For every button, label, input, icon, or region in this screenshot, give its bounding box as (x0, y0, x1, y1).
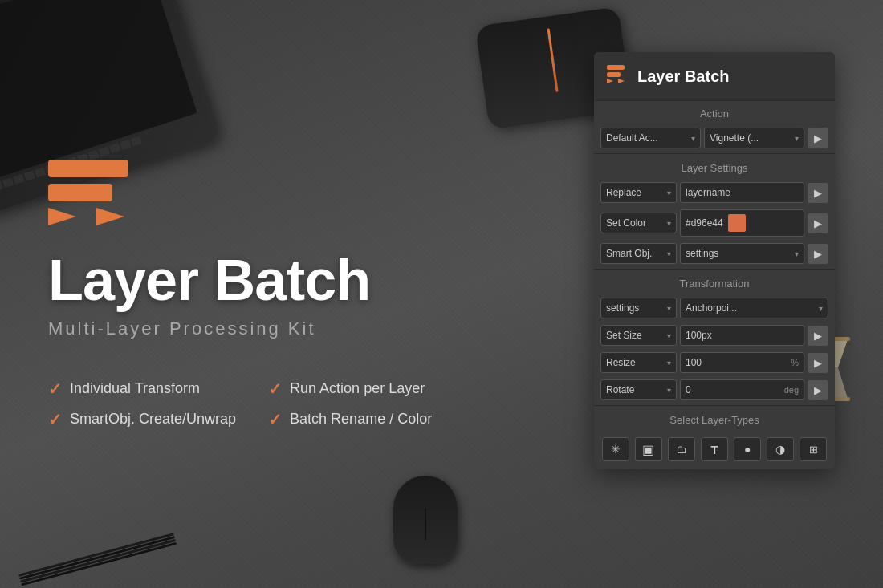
action-run-button[interactable]: ▶ (808, 128, 828, 148)
rotate-run-button[interactable]: ▶ (808, 380, 828, 400)
rotate-input-row[interactable]: 0 deg (680, 379, 804, 400)
transform-row-1: settings ▾ Anchorpoi... ▾ (594, 294, 835, 322)
smart-obj-layers-btn[interactable]: ⊞ (800, 437, 827, 461)
anchorpoint-dropdown[interactable]: Anchorpoi... ▾ (680, 298, 828, 318)
feature-item-2: ✓ Run Action per Layer (268, 379, 456, 399)
all-layers-btn[interactable]: ✳ (602, 437, 629, 461)
smart-obj-settings-dropdown[interactable]: settings ▾ (680, 243, 804, 264)
features-grid: ✓ Individual Transform ✓ Run Action per … (48, 379, 456, 429)
rotate-row: Rotate ▾ 0 deg ▶ (594, 376, 835, 403)
replace-run-button[interactable]: ▶ (808, 183, 828, 203)
replace-row: Replace ▾ layername ▶ (594, 179, 835, 206)
app-subtitle: Multi-Layer Processing Kit (48, 318, 316, 339)
panel-header: Layer Batch (594, 52, 835, 101)
replace-dropdown[interactable]: Replace ▾ (600, 182, 677, 203)
layername-input[interactable]: layername (680, 182, 804, 203)
feature-label-1: Individual Transform (70, 380, 200, 397)
chevron-down-icon: ▾ (667, 359, 671, 367)
set-color-row: Set Color ▾ #d96e44 ▶ (594, 206, 835, 240)
set-size-row: Set Size ▾ 100px ▶ (594, 322, 835, 349)
resize-run-button[interactable]: ▶ (808, 353, 828, 373)
svg-marker-10 (607, 79, 613, 83)
action-section-label: Action (594, 101, 835, 124)
check-icon-1: ✓ (48, 379, 62, 399)
feature-label-4: Batch Rename / Color (290, 411, 432, 428)
feature-label-3: SmartObj. Create/Unwrap (70, 411, 236, 428)
text-layers-btn[interactable]: T (701, 437, 728, 461)
chevron-down-icon: ▾ (667, 219, 671, 228)
chevron-down-icon: ▾ (667, 331, 671, 340)
chevron-down-icon: ▾ (819, 304, 823, 313)
divider-1 (594, 153, 835, 154)
select-layer-types-label: Select Layer-Types (594, 408, 835, 431)
svg-rect-5 (48, 184, 112, 201)
transform-settings-dropdown[interactable]: settings ▾ (600, 298, 677, 318)
chevron-down-icon: ▾ (795, 134, 799, 143)
layer-types-row: ✳ ▣ 🗀 T ● ◑ ⊞ (594, 431, 835, 469)
panel-title: Layer Batch (637, 67, 730, 86)
layer-batch-panel: Layer Batch Action Default Ac... ▾ Vigne… (594, 52, 835, 469)
svg-marker-11 (618, 79, 625, 83)
left-content-area: Layer Batch Multi-Layer Processing Kit ✓… (0, 0, 562, 588)
feature-item-1: ✓ Individual Transform (48, 379, 236, 399)
rotate-value: 0 (686, 384, 691, 395)
resize-row: Resize ▾ 100 % ▶ (594, 349, 835, 376)
check-icon-3: ✓ (48, 410, 62, 429)
svg-rect-9 (607, 72, 621, 77)
resize-input-row[interactable]: 100 % (680, 352, 804, 373)
folder-btn[interactable]: 🗀 (668, 437, 695, 461)
feature-label-2: Run Action per Layer (290, 380, 425, 397)
shape-layers-btn[interactable]: ● (734, 437, 761, 461)
color-input-row[interactable]: #d96e44 (680, 209, 804, 237)
divider-3 (594, 405, 835, 406)
color-swatch (728, 214, 746, 232)
adjustment-layers-btn[interactable]: ◑ (767, 437, 794, 461)
chevron-down-icon: ▾ (667, 189, 671, 197)
transformation-section-label: Transformation (594, 271, 835, 294)
chevron-down-icon: ▾ (667, 386, 671, 395)
set-size-run-button[interactable]: ▶ (808, 326, 828, 346)
smart-obj-row: Smart Obj. ▾ settings ▾ ▶ (594, 240, 835, 267)
chevron-down-icon: ▾ (667, 249, 671, 258)
rotate-unit: deg (784, 385, 799, 395)
resize-dropdown[interactable]: Resize ▾ (600, 352, 677, 373)
set-size-dropdown[interactable]: Set Size ▾ (600, 325, 677, 346)
smart-obj-run-button[interactable]: ▶ (808, 244, 828, 264)
feature-item-4: ✓ Batch Rename / Color (268, 410, 456, 429)
app-logo (48, 160, 144, 235)
chevron-down-icon: ▾ (667, 304, 671, 313)
feature-item-3: ✓ SmartObj. Create/Unwrap (48, 410, 236, 429)
divider-2 (594, 269, 835, 270)
panel-logo-icon (607, 63, 629, 89)
svg-marker-6 (48, 208, 76, 225)
rotate-dropdown[interactable]: Rotate ▾ (600, 379, 677, 400)
svg-rect-4 (48, 160, 128, 177)
smart-obj-dropdown[interactable]: Smart Obj. ▾ (600, 243, 677, 264)
svg-marker-7 (96, 208, 124, 225)
color-hex-value: #d96e44 (686, 217, 723, 229)
resize-unit: % (791, 358, 799, 367)
group-layers-btn[interactable]: ▣ (635, 437, 662, 461)
action-row: Default Ac... ▾ Vignette (... ▾ ▶ (594, 124, 835, 152)
chevron-down-icon: ▾ (691, 134, 695, 143)
action-dropdown2[interactable]: Vignette (... ▾ (704, 128, 804, 148)
svg-rect-8 (607, 65, 625, 70)
set-color-run-button[interactable]: ▶ (808, 213, 828, 233)
resize-value: 100 (686, 357, 702, 368)
check-icon-2: ✓ (268, 379, 282, 399)
check-icon-4: ✓ (268, 410, 282, 429)
set-size-input[interactable]: 100px (680, 325, 804, 346)
set-color-dropdown[interactable]: Set Color ▾ (600, 213, 677, 233)
main-title: Layer Batch (48, 251, 370, 309)
chevron-down-icon: ▾ (795, 249, 799, 258)
action-dropdown1[interactable]: Default Ac... ▾ (600, 128, 701, 148)
layer-settings-section-label: Layer Settings (594, 156, 835, 179)
